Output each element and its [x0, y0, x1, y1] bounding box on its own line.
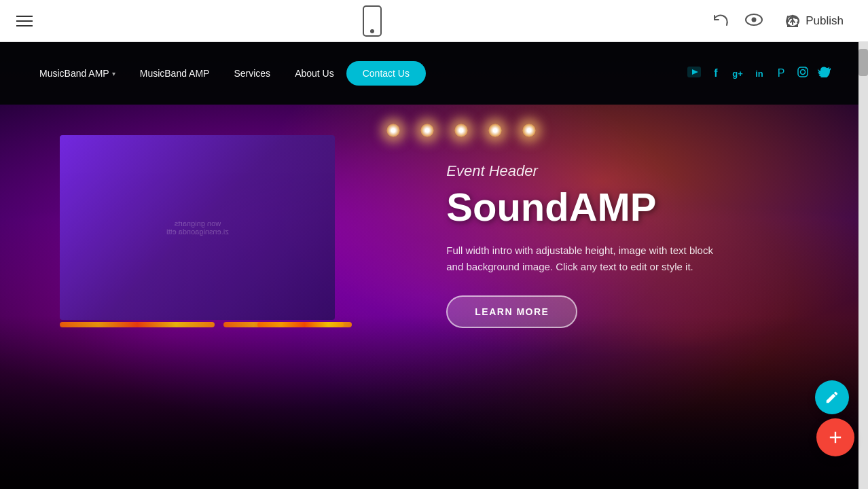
event-header-label[interactable]: Event Header: [446, 162, 816, 180]
svg-point-7: [806, 69, 807, 70]
hero-description[interactable]: Full width intro with adjustable height,…: [446, 242, 731, 275]
light-1: [386, 124, 400, 137]
edit-fab-button[interactable]: [815, 380, 849, 414]
light-4: [488, 124, 502, 137]
main-content: MusicBand AMP MusicBand AMP Services Abo…: [0, 42, 868, 489]
add-fab-button[interactable]: [816, 418, 854, 456]
menu-icon[interactable]: [16, 16, 33, 26]
contact-us-button[interactable]: Contact Us: [346, 61, 426, 86]
hero-title[interactable]: SoundAMP: [446, 185, 816, 229]
plus-icon: [826, 428, 845, 447]
hero-section: won gnignartszi.ensnigaonda etti Event H…: [0, 105, 858, 489]
crowd-overlay: [0, 316, 858, 489]
stage-lights: [386, 124, 816, 137]
nav-item-about[interactable]: About Us: [283, 62, 346, 84]
google-plus-icon[interactable]: g+: [731, 69, 744, 79]
learn-more-button[interactable]: LEARN MORE: [446, 295, 577, 328]
nav-item-services[interactable]: Services: [221, 62, 283, 84]
svg-point-6: [801, 70, 806, 75]
scrollbar[interactable]: [858, 42, 868, 489]
light-3: [454, 124, 468, 137]
pinterest-icon[interactable]: P: [774, 67, 788, 79]
mobile-preview-icon[interactable]: [363, 5, 382, 37]
light-2: [420, 124, 434, 137]
toolbar-left: [16, 16, 33, 26]
navbar: MusicBand AMP MusicBand AMP Services Abo…: [0, 42, 858, 105]
nav-item-musicband-2[interactable]: MusicBand AMP: [128, 62, 222, 84]
nav-item-musicband-1[interactable]: MusicBand AMP: [27, 62, 128, 84]
stage-screen: won gnignartszi.ensnigaonda etti: [60, 135, 334, 320]
hero-text-block: Event Header SoundAMP Full width intro w…: [446, 162, 816, 328]
svg-point-1: [752, 17, 757, 22]
facebook-icon[interactable]: f: [709, 67, 723, 79]
undo-icon[interactable]: [712, 13, 731, 29]
nav-links: MusicBand AMP MusicBand AMP Services Abo…: [27, 61, 674, 86]
twitter-icon[interactable]: [818, 67, 831, 80]
concert-background: won gnignartszi.ensnigaonda etti Event H…: [0, 105, 858, 489]
toolbar: Publish: [0, 0, 868, 42]
linkedin-icon[interactable]: in: [753, 69, 766, 79]
screen-text: won gnignartszi.ensnigaonda etti: [160, 213, 236, 242]
social-links: f g+ in P: [687, 66, 831, 81]
publish-button[interactable]: Publish: [777, 10, 852, 33]
preview-icon[interactable]: [744, 13, 763, 29]
scrollbar-thumb[interactable]: [858, 49, 868, 76]
youtube-icon[interactable]: [687, 67, 701, 80]
publish-label: Publish: [806, 14, 844, 28]
pencil-icon: [825, 390, 839, 405]
toolbar-center: [363, 5, 382, 37]
light-5: [522, 124, 536, 137]
toolbar-right: Publish: [712, 10, 852, 33]
instagram-icon[interactable]: [796, 66, 810, 81]
